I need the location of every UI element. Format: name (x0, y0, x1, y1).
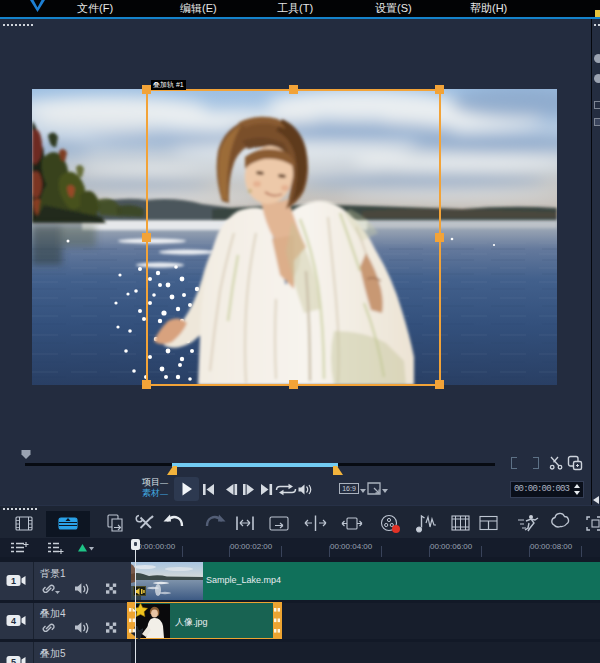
svg-text:1: 1 (11, 576, 16, 586)
svg-text:4: 4 (11, 616, 16, 626)
svg-text:5: 5 (11, 657, 16, 663)
